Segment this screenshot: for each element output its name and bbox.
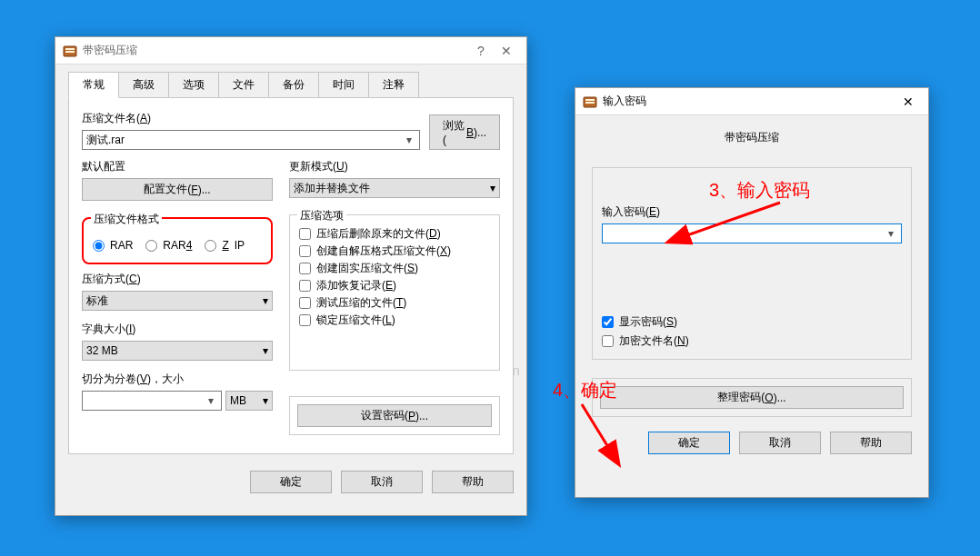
tab-comment[interactable]: 注释: [368, 72, 419, 98]
close-icon[interactable]: ✕: [494, 44, 519, 58]
chevron-down-icon: ▾: [402, 134, 416, 146]
format-rar[interactable]: RAR: [93, 239, 133, 252]
tab-files[interactable]: 文件: [218, 72, 269, 98]
pw-title: 输入密码: [603, 94, 895, 109]
app-icon: [583, 94, 597, 109]
opt-lock[interactable]: 锁定压缩文件(L): [299, 313, 490, 328]
options-legend: 压缩选项: [297, 208, 346, 223]
dict-value: 32 MB: [86, 344, 118, 357]
opt-sfx[interactable]: 创建自解压格式压缩文件(X): [299, 243, 490, 259]
organize-password-button[interactable]: 整理密码(O)...: [600, 386, 904, 409]
help-button[interactable]: 帮助: [432, 471, 514, 493]
update-mode-value: 添加并替换文件: [294, 181, 370, 196]
profiles-button[interactable]: 配置文件(F)...: [82, 178, 273, 201]
update-mode-combo[interactable]: 添加并替换文件 ▾: [289, 178, 500, 198]
svg-rect-2: [65, 51, 75, 53]
main-actions: 确定 取消 帮助: [55, 465, 526, 504]
pw-group: 输入密码(E) ▾ 显示密码(S) 加密文件名(N): [592, 167, 912, 360]
tab-bar: 常规 高级 选项 文件 备份 时间 注释: [55, 65, 526, 98]
format-rar4[interactable]: RAR4: [145, 239, 192, 252]
tab-options[interactable]: 选项: [168, 72, 219, 98]
svg-rect-1: [65, 48, 75, 50]
method-combo[interactable]: 标准 ▾: [82, 291, 273, 311]
format-zip[interactable]: ZIP: [205, 239, 245, 252]
format-group: 压缩文件格式 RAR RAR4 ZIP: [82, 217, 273, 264]
tab-time[interactable]: 时间: [318, 72, 369, 98]
set-password-group: 设置密码(P)...: [289, 396, 500, 435]
main-title: 带密码压缩: [83, 43, 468, 58]
pw-actions: 确定 取消 帮助: [575, 426, 928, 467]
pw-help-button[interactable]: 帮助: [830, 432, 912, 454]
app-icon: [63, 44, 77, 58]
password-dialog: 输入密码 ✕ 带密码压缩 输入密码(E) ▾ 显示密码(S) 加密文件名(N) …: [575, 87, 929, 498]
pw-ok-button[interactable]: 确定: [648, 432, 730, 454]
pw-titlebar: 输入密码 ✕: [575, 88, 928, 115]
dict-label: 字典大小(I): [82, 322, 273, 337]
archive-name-input[interactable]: 测试.rar ▾: [82, 130, 420, 150]
method-label: 压缩方式(C): [82, 272, 273, 287]
svg-rect-4: [585, 99, 595, 101]
pw-cancel-button[interactable]: 取消: [739, 432, 821, 454]
chevron-down-icon: ▾: [884, 227, 898, 240]
tab-advanced[interactable]: 高级: [118, 72, 169, 98]
main-dialog: 带密码压缩 ? ✕ 常规 高级 选项 文件 备份 时间 注释 压缩文件名(A) …: [55, 36, 527, 516]
format-radios: RAR RAR4 ZIP: [93, 235, 262, 255]
organize-group: 整理密码(O)...: [592, 378, 912, 417]
chevron-down-icon: ▾: [490, 182, 495, 194]
archive-name-label: 压缩文件名(A): [82, 111, 420, 126]
password-input[interactable]: ▾: [602, 223, 902, 243]
close-icon[interactable]: ✕: [895, 94, 921, 109]
chevron-down-icon: ▾: [263, 394, 268, 407]
format-legend: 压缩文件格式: [91, 212, 162, 227]
method-value: 标准: [86, 293, 108, 309]
default-profile-label: 默认配置: [82, 159, 273, 174]
show-password-checkbox[interactable]: 显示密码(S): [602, 314, 902, 330]
ok-button[interactable]: 确定: [250, 471, 332, 493]
opt-test[interactable]: 测试压缩的文件(T): [299, 295, 490, 311]
tab-general[interactable]: 常规: [68, 72, 119, 98]
set-password-button[interactable]: 设置密码(P)...: [297, 404, 492, 427]
tab-backup[interactable]: 备份: [268, 72, 319, 98]
opt-delete[interactable]: 压缩后删除原来的文件(D): [299, 226, 490, 242]
opt-recovery[interactable]: 添加恢复记录(E): [299, 278, 490, 293]
browse-button[interactable]: 浏览(B)...: [429, 114, 500, 150]
options-group: 压缩选项 压缩后删除原来的文件(D) 创建自解压格式压缩文件(X) 创建固实压缩…: [289, 214, 500, 371]
cancel-button[interactable]: 取消: [341, 471, 423, 493]
split-label: 切分为分卷(V)，大小: [82, 372, 273, 387]
split-unit-combo[interactable]: MB ▾: [225, 391, 273, 411]
chevron-down-icon: ▾: [263, 294, 268, 307]
chevron-down-icon: ▾: [204, 394, 218, 407]
pw-heading: 带密码压缩: [575, 115, 928, 151]
split-size-input[interactable]: ▾: [82, 391, 222, 411]
dict-combo[interactable]: 32 MB ▾: [82, 341, 273, 361]
general-panel: 压缩文件名(A) 测试.rar ▾ 浏览(B)... 默认配置 配置文件(F).…: [68, 97, 514, 454]
password-label: 输入密码(E): [602, 204, 902, 220]
opt-solid[interactable]: 创建固实压缩文件(S): [299, 261, 490, 276]
encrypt-names-checkbox[interactable]: 加密文件名(N): [602, 333, 902, 349]
svg-rect-5: [585, 102, 595, 104]
chevron-down-icon: ▾: [263, 344, 268, 357]
update-mode-label: 更新模式(U): [289, 159, 500, 174]
archive-name-value: 测试.rar: [86, 133, 125, 148]
main-titlebar: 带密码压缩 ? ✕: [55, 37, 526, 65]
help-icon[interactable]: ?: [468, 44, 494, 58]
split-unit: MB: [230, 394, 246, 407]
